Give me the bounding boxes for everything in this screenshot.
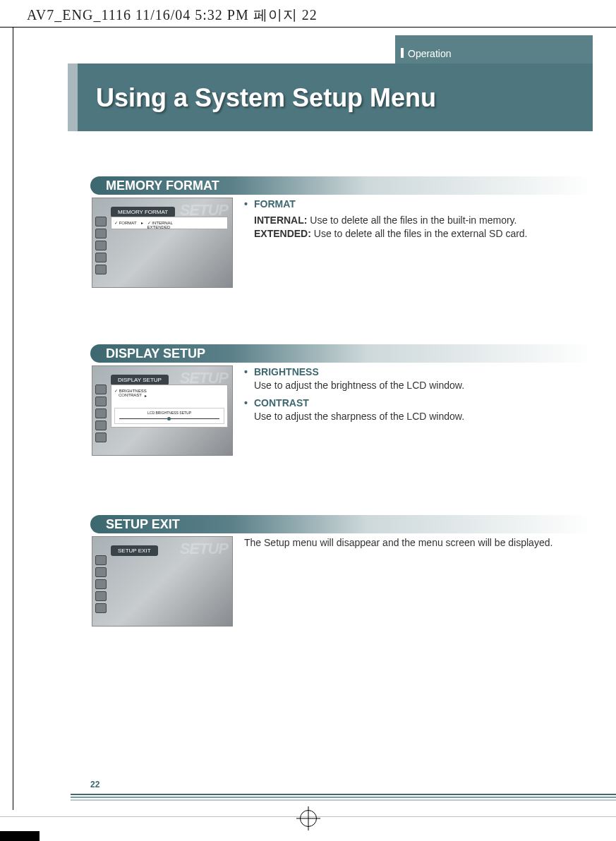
text-brightness-desc: Use to adjust the brightness of the LCD … <box>254 380 464 391</box>
heading-display-setup: DISPLAY SETUP <box>90 344 593 363</box>
text-exit-desc: The Setup menu will disappear and the me… <box>244 537 552 548</box>
term-contrast: CONTRAST <box>254 397 309 409</box>
footer-rule-lines <box>71 794 616 802</box>
registration-mark-icon <box>300 810 317 827</box>
nav-icon <box>95 241 107 250</box>
nav-icon <box>95 579 107 589</box>
desc-memory-format: • FORMAT INTERNAL: Use to delete all the… <box>233 198 593 288</box>
arrow-right-icon: ▸ <box>145 393 147 398</box>
text-internal-desc: Use to delete all the files in the built… <box>307 214 517 226</box>
thumb-title-memory: MEMORY FORMAT <box>111 207 175 217</box>
term-brightness: BRIGHTNESS <box>254 366 319 377</box>
nav-icon <box>95 567 107 577</box>
nav-icon <box>95 420 107 430</box>
nav-icon <box>95 385 107 394</box>
slider-panel: LCD BRIGHTNESS SETUP <box>114 408 224 424</box>
bullet-dot-icon: • <box>244 365 254 392</box>
thumb-internal-label: ✓ INTERNAL <box>147 220 173 225</box>
slider-title: LCD BRIGHTNESS SETUP <box>119 411 219 415</box>
footer-line <box>71 799 616 801</box>
heading-setup-exit: SETUP EXIT <box>90 515 593 533</box>
nav-icon <box>95 217 107 226</box>
print-black-bar <box>0 831 40 841</box>
bullet-dot-icon: • <box>244 397 254 423</box>
nav-icon <box>95 265 107 274</box>
thumb-nav-icons <box>95 217 108 277</box>
title-accent-bar <box>68 63 78 131</box>
arrow-right-icon: ▸ <box>141 220 143 229</box>
thumb-contrast-label: CONTRAST <box>114 393 142 398</box>
desc-display-setup: • BRIGHTNESS Use to adjust the brightnes… <box>233 365 593 456</box>
nav-icon <box>95 253 107 262</box>
nav-icon <box>95 591 107 601</box>
thumb-panel-memory: ✓ FORMAT ▸ ✓ INTERNAL EXTENDED <box>111 217 228 229</box>
section-setup-exit: SETUP EXIT SETUP SETUP EXIT The Setup me… <box>90 515 593 627</box>
term-internal: INTERNAL: <box>254 214 307 226</box>
heading-memory-format: MEMORY FORMAT <box>90 176 593 195</box>
thumb-nav-icons <box>95 555 108 615</box>
thumb-memory-format: SETUP MEMORY FORMAT ✓ FORMAT ▸ ✓ INTERNA… <box>92 198 233 288</box>
crop-line-horizontal <box>0 27 616 28</box>
thumb-display-setup: SETUP DISPLAY SETUP ✓ BRIGHTNESS CONTRAS… <box>92 365 233 456</box>
print-header-stamp: AV7_ENG_1116 11/16/04 5:32 PM 페이지 22 <box>27 6 318 25</box>
bullet-dot-icon: • <box>244 198 254 211</box>
text-extended-desc: Use to delete all the files in the exter… <box>311 228 528 239</box>
term-format: FORMAT <box>254 198 296 211</box>
page-number: 22 <box>90 780 99 789</box>
section-tab: Operation <box>395 35 593 63</box>
thumb-title-exit: SETUP EXIT <box>111 545 158 556</box>
section-tab-label: Operation <box>408 48 451 59</box>
thumb-bg-text: SETUP <box>180 540 228 558</box>
section-memory-format: MEMORY FORMAT SETUP MEMORY FORMAT ✓ FORM… <box>90 176 593 288</box>
term-extended: EXTENDED: <box>254 228 311 239</box>
thumb-format-label: ✓ FORMAT <box>114 220 137 229</box>
nav-icon <box>95 432 107 442</box>
nav-icon <box>95 555 107 565</box>
nav-icon <box>95 409 107 418</box>
thumb-title-display: DISPLAY SETUP <box>111 375 169 385</box>
footer-line <box>71 794 616 795</box>
thumb-panel-display: ✓ BRIGHTNESS CONTRAST▸ LCD BRIGHTNESS SE… <box>111 385 228 428</box>
slider-track <box>119 418 219 419</box>
nav-icon <box>95 229 107 238</box>
slider-knob-icon <box>167 417 171 420</box>
nav-icon <box>95 397 107 406</box>
text-contrast-desc: Use to adjust the sharpness of the LCD w… <box>254 411 464 422</box>
thumb-extended-label: EXTENDED <box>147 225 173 229</box>
thumb-nav-icons <box>95 385 108 444</box>
footer-line <box>71 797 616 798</box>
desc-setup-exit: The Setup menu will disappear and the me… <box>233 536 593 627</box>
crop-line-vertical <box>13 27 13 810</box>
page-title: Using a System Setup Menu <box>78 63 593 131</box>
section-display-setup: DISPLAY SETUP SETUP DISPLAY SETUP ✓ BRIG… <box>90 344 593 456</box>
nav-icon <box>95 603 107 613</box>
thumb-setup-exit: SETUP SETUP EXIT <box>92 536 233 627</box>
